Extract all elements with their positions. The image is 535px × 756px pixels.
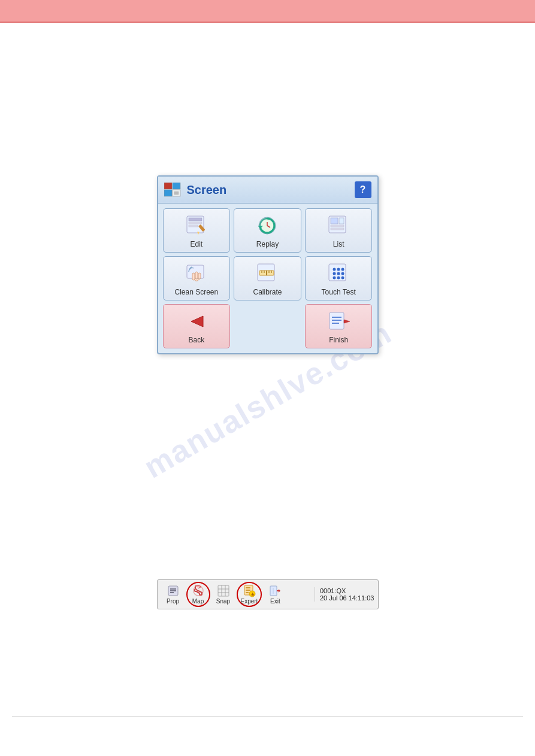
svg-point-41 xyxy=(341,277,344,280)
edit-label: Edit xyxy=(190,240,202,248)
bottom-rule xyxy=(12,716,523,717)
touch-test-icon xyxy=(327,262,350,286)
svg-marker-44 xyxy=(344,320,350,323)
taskbar-map[interactable]: Map xyxy=(186,582,210,607)
svg-rect-2 xyxy=(164,190,172,196)
expert-label: Expert xyxy=(241,598,258,605)
svg-rect-8 xyxy=(189,225,198,227)
taskbar-snap[interactable]: Snap xyxy=(211,582,235,606)
taskbar-expert[interactable]: ★ Expert xyxy=(237,582,262,607)
svg-rect-1 xyxy=(173,183,180,189)
svg-point-36 xyxy=(333,272,336,275)
device-id: 0001:QX xyxy=(320,587,346,594)
taskbar-datetime: 0001:QX 20 Jul 06 14:11:03 xyxy=(315,587,374,602)
replay-label: Replay xyxy=(256,240,279,248)
svg-rect-17 xyxy=(331,218,338,224)
list-button[interactable]: List xyxy=(305,208,373,253)
svg-rect-24 xyxy=(198,273,201,279)
top-banner xyxy=(0,0,535,23)
clean-screen-icon xyxy=(185,262,208,286)
svg-point-37 xyxy=(337,272,340,275)
dialog-title-left: Screen xyxy=(164,183,227,197)
map-label: Map xyxy=(192,598,204,605)
svg-point-35 xyxy=(341,268,344,271)
taskbar-exit[interactable]: Exit xyxy=(263,582,287,606)
svg-rect-23 xyxy=(195,272,198,279)
exit-icon xyxy=(268,584,282,597)
list-label: List xyxy=(333,240,344,248)
finish-icon xyxy=(327,309,350,333)
exit-label: Exit xyxy=(270,598,280,605)
svg-rect-7 xyxy=(189,222,202,224)
main-content: manualshlve.com Screen ? xyxy=(0,23,535,741)
svg-point-40 xyxy=(337,277,340,280)
svg-rect-6 xyxy=(189,218,202,221)
back-icon xyxy=(185,309,208,333)
finish-button[interactable]: Finish xyxy=(305,304,373,348)
prop-label: Prop xyxy=(167,598,179,605)
calibrate-icon xyxy=(255,262,279,286)
svg-rect-19 xyxy=(331,225,344,227)
svg-rect-61 xyxy=(246,592,249,593)
empty-cell xyxy=(234,304,301,348)
svg-rect-0 xyxy=(164,183,172,189)
touch-test-button[interactable]: Touch Test xyxy=(305,256,373,300)
map-icon xyxy=(192,584,205,597)
screen-dialog: Screen ? Edit xyxy=(157,175,379,354)
datetime-display: 20 Jul 06 14:11:03 xyxy=(320,594,374,602)
svg-marker-66 xyxy=(279,589,280,593)
svg-rect-53 xyxy=(218,585,229,596)
snap-label: Snap xyxy=(216,598,230,605)
back-button[interactable]: Back xyxy=(163,304,231,348)
svg-rect-43 xyxy=(330,312,344,329)
edit-button[interactable]: Edit xyxy=(163,208,231,253)
calibrate-button[interactable]: Calibrate xyxy=(234,256,301,300)
svg-text:★: ★ xyxy=(250,592,255,597)
taskbar: Prop Map xyxy=(157,579,379,609)
svg-point-33 xyxy=(333,268,336,271)
touch-test-label: Touch Test xyxy=(322,288,356,296)
dialog-grid: Edit Replay xyxy=(158,204,377,353)
clean-screen-button[interactable]: Clean Screen xyxy=(163,256,231,300)
edit-icon xyxy=(185,214,208,238)
svg-point-34 xyxy=(337,268,340,271)
dialog-titlebar: Screen ? xyxy=(158,177,377,204)
svg-rect-4 xyxy=(174,192,179,195)
replay-button[interactable]: Replay xyxy=(234,208,301,253)
svg-point-39 xyxy=(333,277,336,280)
svg-rect-59 xyxy=(246,587,250,588)
svg-rect-60 xyxy=(246,590,250,591)
replay-icon xyxy=(255,214,279,238)
dialog-logo-icon xyxy=(164,183,182,197)
svg-rect-22 xyxy=(192,273,195,280)
dialog-title: Screen xyxy=(187,183,227,197)
prop-icon xyxy=(167,584,180,597)
back-label: Back xyxy=(188,336,204,344)
calibrate-label: Calibrate xyxy=(253,288,282,296)
clean-screen-label: Clean Screen xyxy=(174,288,218,296)
svg-marker-42 xyxy=(191,316,203,327)
snap-icon xyxy=(217,584,230,597)
svg-rect-20 xyxy=(331,228,344,230)
list-icon xyxy=(327,214,350,238)
taskbar-prop[interactable]: Prop xyxy=(161,582,185,606)
help-button[interactable]: ? xyxy=(355,181,371,198)
finish-label: Finish xyxy=(329,336,348,344)
svg-rect-18 xyxy=(339,218,344,224)
svg-point-38 xyxy=(341,272,344,275)
expert-icon: ★ xyxy=(243,584,256,597)
